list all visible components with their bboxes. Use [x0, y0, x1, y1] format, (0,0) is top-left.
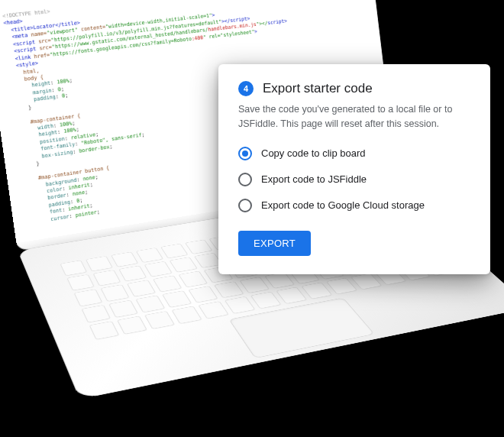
keyboard-key — [89, 321, 120, 340]
stage: <!DOCTYPE html> <head> <title>Locator</t… — [0, 0, 504, 437]
keyboard-key — [185, 239, 213, 254]
keyboard-key — [198, 301, 229, 319]
keyboard-key — [66, 274, 95, 290]
keyboard-key — [135, 295, 165, 312]
keyboard-key — [239, 277, 270, 293]
step-badge: 4 — [238, 81, 254, 96]
keyboard-key — [86, 256, 113, 271]
option-export-jsfiddle[interactable]: Export code to JSFiddle — [238, 173, 470, 186]
keyboard-key — [144, 261, 173, 277]
keyboard-key — [118, 266, 147, 282]
card-header: 4 Export starter code — [238, 81, 470, 96]
keyboard-key — [301, 282, 332, 299]
option-export-cloud-storage[interactable]: Export code to Google Cloud storage — [238, 199, 470, 212]
keyboard-key — [171, 306, 202, 324]
card-title: Export starter code — [263, 81, 373, 96]
keyboard-key — [108, 299, 138, 317]
radio-icon[interactable] — [238, 173, 252, 186]
export-card: 4 Export starter code Save the code you'… — [218, 64, 490, 274]
keyboard-key — [136, 248, 163, 263]
keyboard-key — [225, 296, 256, 314]
keyboard-key — [162, 290, 192, 308]
keyboard-key — [188, 286, 218, 303]
card-description: Save the code you've generated to a loca… — [238, 102, 470, 131]
keyboard-key — [74, 290, 103, 306]
option-label: Copy code to clip board — [261, 147, 366, 159]
keyboard-key — [153, 276, 182, 293]
keyboard-key — [276, 286, 307, 303]
keyboard-key — [111, 252, 138, 267]
keyboard-key — [144, 311, 175, 329]
keyboard-key — [264, 272, 295, 288]
keyboard-key — [214, 281, 244, 298]
keyboard-key — [170, 257, 198, 272]
keyboard-key — [160, 244, 188, 258]
option-label: Export code to JSFiddle — [261, 173, 367, 185]
keyboard-key — [60, 261, 87, 277]
keyboard-key — [117, 316, 147, 334]
keyboard-key — [127, 280, 156, 296]
keyboard-key — [250, 292, 282, 309]
option-copy-clipboard[interactable]: Copy code to clip board — [238, 147, 470, 160]
export-button[interactable]: EXPORT — [238, 231, 311, 256]
keyboard-key — [101, 284, 130, 301]
option-label: Export code to Google Cloud storage — [261, 199, 425, 211]
keyboard-key — [179, 271, 208, 287]
radio-icon[interactable] — [238, 147, 252, 160]
keyboard-key — [81, 305, 111, 323]
radio-icon[interactable] — [238, 199, 252, 212]
keyboard-key — [93, 270, 121, 286]
